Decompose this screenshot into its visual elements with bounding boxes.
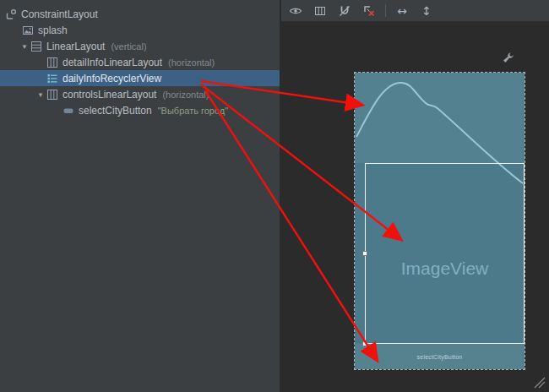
tree-item-selectcitybutton[interactable]: selectCityButton "Выбрать город" — [0, 102, 280, 118]
tree-item-label: LinearLayout — [46, 41, 105, 52]
tree-item-text-value: "Выбрать город" — [158, 106, 228, 116]
tree-item-label: selectCityButton — [79, 105, 152, 117]
chevron-expanded-icon[interactable]: ▾ — [19, 42, 30, 51]
controls-linear-layout-preview[interactable]: selectCityButton — [355, 344, 525, 369]
tree-item-label: detailInfoLinearLayout — [63, 57, 162, 68]
linearlayout-horizontal-icon — [46, 57, 58, 68]
layout-preview[interactable]: selectCityButton ImageView — [355, 73, 525, 369]
selection-handle-left[interactable] — [362, 251, 367, 256]
tree-item-label: controlsLinearLayout — [63, 89, 156, 101]
design-panel: ↔ ↕ selectCityButton ImageView — [281, 0, 549, 392]
tree-item-detailinfolinearlayout[interactable]: detailInfoLinearLayout (horizontal) — [0, 54, 280, 70]
imageview-icon — [22, 24, 34, 36]
design-toolbar: ↔ ↕ — [281, 0, 549, 22]
constraint-layout-icon — [5, 8, 17, 20]
linearlayout-vertical-icon — [30, 41, 42, 52]
tree-item-constraintlayout[interactable]: ConstraintLayout — [0, 6, 280, 22]
tree-item-label: dailyInfoRecyclerView — [63, 73, 161, 84]
tree-item-annotation: (horizontal) — [162, 90, 209, 100]
selection-handle-bottom-left[interactable] — [362, 341, 367, 346]
tree-item-controlslinearlayout[interactable]: ▾ controlsLinearLayout (horizontal) — [0, 86, 280, 102]
wrench-icon[interactable] — [503, 52, 514, 63]
view-options-icon[interactable] — [286, 3, 305, 19]
tree-item-annotation: (horizontal) — [168, 57, 215, 68]
tree-item-dailyinforecyclerview[interactable]: dailyInfoRecyclerView — [0, 70, 280, 86]
tree-item-label: ConstraintLayout — [21, 8, 98, 20]
tree-item-label: splash — [38, 24, 68, 36]
resize-handle[interactable] — [533, 376, 546, 389]
chevron-expanded-icon[interactable]: ▾ — [35, 90, 46, 99]
button-icon — [63, 105, 74, 117]
select-city-button-preview-label: selectCityButton — [417, 354, 463, 360]
recyclerview-icon — [46, 73, 58, 84]
linearlayout-horizontal-icon — [46, 89, 58, 101]
component-tree: ConstraintLayout splash ▾ LinearLayout (… — [0, 0, 280, 392]
detail-info-linear-layout-preview[interactable] — [355, 73, 525, 163]
expand-vertical-icon[interactable]: ↕ — [417, 3, 436, 19]
imageview-preview[interactable] — [355, 163, 525, 344]
android-studio-layout-editor: ConstraintLayout splash ▾ LinearLayout (… — [0, 0, 549, 392]
design-canvas[interactable]: selectCityButton ImageView — [281, 22, 549, 392]
clear-constraints-icon[interactable] — [360, 3, 378, 19]
blueprint-columns-icon[interactable] — [311, 3, 329, 19]
tree-item-splash[interactable]: splash — [0, 22, 280, 38]
autoconnect-off-icon[interactable] — [335, 3, 354, 19]
toolbar-separator — [385, 4, 386, 17]
expand-horizontal-icon[interactable]: ↔ — [393, 3, 411, 19]
tree-item-annotation: (vertical) — [111, 41, 146, 52]
tree-item-linearlayout[interactable]: ▾ LinearLayout (vertical) — [0, 38, 280, 54]
